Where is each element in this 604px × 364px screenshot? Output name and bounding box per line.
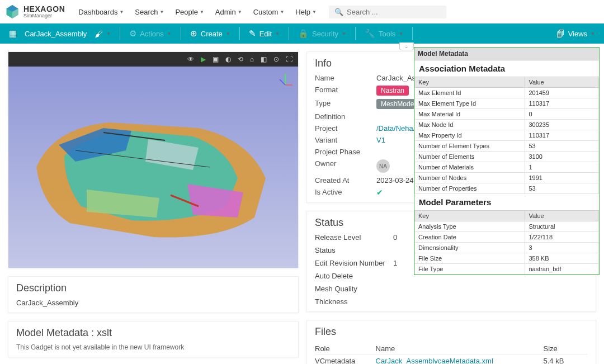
apps-menu[interactable]: ▦ [3,23,22,44]
top-nav: HEXAGON SimManager Dashboards▼ Search▼ P… [0,0,604,23]
brand-logo[interactable]: HEXAGON SimManager [4,4,65,20]
label-status: Status [315,246,393,254]
table-row: Max Property Id110317 [415,130,599,141]
security-menu[interactable]: 🔒Security▼ [292,23,352,44]
nav-people[interactable]: People▼ [171,4,208,20]
label-createdat: Created At [315,176,376,185]
views-menu[interactable]: 🗐Views▼ [551,23,601,44]
home-icon[interactable]: ⌂ [250,55,254,63]
meta-key: File Size [415,253,525,264]
meta-val: 110317 [525,98,599,109]
description-card: Description CarJack_Assembly [8,276,299,313]
label-isactive: Is Active [315,188,376,197]
brush-button[interactable]: 🖌▼ [89,23,116,44]
params-key-h: Key [415,211,525,221]
label-projectphase: Project Phase [315,148,376,156]
label-format: Format [315,86,376,96]
label-project: Project [315,124,376,133]
viewer-toolbar: 👁 ▶ ▣ ◐ ⟲ ⌂ ◧ ⊙ ⛶ [8,52,298,67]
layers-icon[interactable]: ▣ [213,55,219,63]
meta-val: 0 [525,109,599,120]
global-search[interactable]: 🔍 [329,6,446,18]
value-thickness [393,297,588,306]
xslt-title: Model Metadata : xslt [16,327,290,339]
meta-key: Max Material Id [415,109,525,120]
value-owner[interactable]: NA [376,159,390,173]
wrench-icon: 🔧 [365,29,375,39]
table-row: Number of Elements3100 [415,152,599,162]
fullscreen-icon[interactable]: ⛶ [286,55,292,63]
nav-help[interactable]: Help▼ [291,4,321,20]
table-row: Number of Element Types53 [415,141,599,152]
svg-line-5 [280,79,285,85]
search-icon: 🔍 [334,8,343,16]
meta-val: 1 [525,162,599,173]
measure-icon[interactable]: ⟲ [238,55,243,63]
meta-key: Max Node Id [415,120,525,130]
meta-key: Analysis Type [415,221,525,232]
assoc-table: Key Value Max Element Id201459Max Elemen… [414,77,599,194]
context-title: CarJack_Assembly [25,30,87,38]
pencil-icon: ✎ [249,29,256,39]
viewer-card: 👁 ▶ ▣ ◐ ⟲ ⌂ ◧ ⊙ ⛶ [8,51,299,268]
file-role: VCmetadata [315,354,376,365]
description-body: CarJack_Assembly [16,299,290,307]
table-row: Max Element Id201459 [415,88,599,98]
xslt-card: Model Metadata : xslt This Gadget is not… [8,321,299,357]
meta-key: Dimensionality [415,243,525,253]
nav-admin[interactable]: Admin▼ [211,4,247,20]
meta-key: Max Element Type Id [415,98,525,109]
lock-icon: 🔒 [298,29,309,39]
label-meshquality: Mesh Quality [315,285,393,293]
table-row: Creation Date1/22/118 [415,232,599,243]
actions-menu[interactable]: ⚙Actions▼ [124,23,177,44]
files-card: Files Role Name Size VCmetadataCarJack_A… [306,320,596,364]
model-render [20,94,277,251]
meta-val: 3 [525,243,599,253]
tools-menu[interactable]: 🔧Tools▼ [359,23,409,44]
label-owner: Owner [315,159,376,173]
play-icon[interactable]: ▶ [201,55,206,63]
files-title: Files [315,326,588,338]
meta-val: nastran_bdf [525,264,599,275]
label-type: Type [315,99,376,109]
meta-key: Number of Properties [415,183,525,194]
meta-val: 201459 [525,88,599,98]
viewport-3d[interactable] [8,67,298,268]
brand-product: SimManager [23,13,65,18]
context-toolbar: ▦ CarJack_Assembly 🖌▼ ⚙Actions▼ ⊕Create▼… [0,23,604,44]
value-isactive: ✔ [376,188,383,197]
value-format: Nastran [376,86,409,96]
table-row: File Size358 KB [415,253,599,264]
file-link[interactable]: CarJack_AssemblycaeMetadata.xml [376,357,493,364]
meta-val: 53 [525,183,599,194]
table-row: Number of Materials1 [415,162,599,173]
search-input[interactable] [347,8,441,16]
assoc-key-h: Key [415,77,525,88]
hexagon-icon [4,4,20,20]
meta-val: Structural [525,221,599,232]
description-title: Description [16,282,290,294]
brand-name: HEXAGON [23,5,65,13]
meta-key: Creation Date [415,232,525,243]
table-row: Number of Nodes1991 [415,173,599,183]
nav-search[interactable]: Search▼ [130,4,168,20]
edit-menu[interactable]: ✎Edit▼ [243,23,285,44]
table-row: File Typenastran_bdf [415,264,599,275]
meta-key: Number of Element Types [415,141,525,152]
target-icon[interactable]: ⊙ [273,55,279,63]
nav-custom[interactable]: Custom▼ [249,4,289,20]
eye-icon[interactable]: 👁 [187,55,194,63]
gear-icon: ⚙ [129,29,136,39]
expand-tab[interactable]: ⌄ [399,42,414,50]
cube-icon[interactable]: ◧ [261,55,267,63]
value-variant[interactable]: V1 [376,136,385,144]
meta-key: Number of Elements [415,152,525,162]
metadata-header: Model Metadata [414,48,599,60]
meta-val: 1/22/118 [525,232,599,243]
table-row: Number of Properties53 [415,183,599,194]
create-menu[interactable]: ⊕Create▼ [185,23,236,44]
clip-icon[interactable]: ◐ [225,55,231,63]
nav-dashboards[interactable]: Dashboards▼ [74,4,128,20]
params-title: Model Parameters [414,194,599,210]
